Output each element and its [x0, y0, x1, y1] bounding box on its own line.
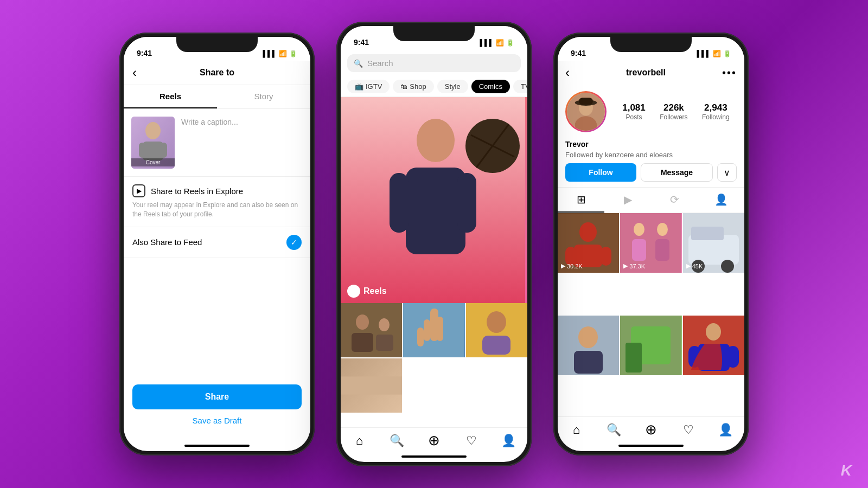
nav-profile-2[interactable]: 👤: [490, 432, 527, 449]
bottom-nav-3: ⌂ 🔍 ⊕ ♡ 👤: [558, 416, 744, 440]
signal-icon-2: ▌▌▌: [480, 39, 494, 47]
svg-rect-52: [626, 343, 642, 373]
nav-heart-3[interactable]: ♡: [669, 421, 707, 438]
status-icons-3: ▌▌▌ 📶 🔋: [697, 50, 731, 57]
cat-tab-shop[interactable]: 🛍 Shop: [393, 80, 433, 93]
nav-search-3[interactable]: 🔍: [595, 421, 633, 438]
cat-tab-tv[interactable]: TV & Movie: [513, 80, 527, 93]
thumb-3[interactable]: [466, 303, 527, 357]
play-count-1: 30.2K: [567, 263, 583, 269]
pgrid-item-1[interactable]: ▶ 30.2K: [558, 213, 619, 273]
cat-tab-style[interactable]: Style: [437, 80, 468, 93]
cat-tab-comics[interactable]: Comics: [471, 80, 510, 93]
thumb-1[interactable]: [341, 303, 402, 357]
follow-button[interactable]: Follow: [565, 163, 636, 182]
stats-row: 1,081 Posts 226k Followers 2,943 Followi…: [615, 102, 737, 121]
pgrid-item-6[interactable]: [683, 316, 744, 375]
grid-play-3: ▶ 45K: [686, 262, 703, 269]
igtv-label: IGTV: [366, 82, 382, 91]
play-count-3: 45K: [692, 263, 703, 269]
status-time-3: 9:41: [571, 49, 586, 57]
thumb-2[interactable]: [403, 303, 464, 357]
share-button[interactable]: Share: [132, 384, 302, 409]
caption-input[interactable]: Write a caption...: [181, 117, 303, 169]
thumb-4[interactable]: [341, 358, 402, 413]
tabs-row: Reels Story: [124, 85, 310, 109]
profile-tab-tagged[interactable]: ⟳: [651, 188, 698, 213]
profile-actions: Follow Message ∨: [558, 163, 744, 187]
svg-rect-57: [727, 346, 739, 368]
save-draft-button[interactable]: Save as Draft: [132, 409, 302, 432]
svg-rect-4: [161, 143, 167, 158]
reels-text: Reels: [363, 286, 387, 296]
play-icon-1: ▶: [561, 262, 565, 269]
nav-add-2[interactable]: ⊕: [416, 432, 453, 449]
svg-rect-15: [352, 333, 373, 352]
nav-profile-3[interactable]: 👤: [707, 421, 744, 438]
followers-label: Followers: [660, 113, 687, 121]
svg-point-14: [356, 314, 369, 330]
reels-icon: ▶: [137, 187, 142, 195]
nav-home-2[interactable]: ⌂: [341, 432, 378, 449]
nav-heart-2[interactable]: ♡: [452, 432, 490, 449]
signal-icon: ▌▌▌: [263, 50, 277, 57]
profile-tab-reels[interactable]: ▶: [604, 188, 651, 213]
feed-label: Also Share to Feed: [132, 237, 202, 247]
play-count-2: 37.3K: [629, 263, 645, 269]
explore-grid: [341, 303, 527, 413]
reels-main: ▶ Reels: [341, 97, 527, 427]
home-bar-1: [184, 445, 250, 447]
nav-add-3[interactable]: ⊕: [633, 421, 670, 438]
profile-back-button[interactable]: ‹: [565, 65, 570, 80]
battery-icon-3: 🔋: [723, 50, 731, 57]
notch-1: [176, 37, 258, 52]
grid-play-1: ▶ 30.2K: [561, 262, 583, 269]
message-button[interactable]: Message: [641, 163, 713, 182]
nav-search-2[interactable]: 🔍: [378, 432, 416, 449]
phone-1: 9:41 ▌▌▌ 📶 🔋 ‹ Share to Reels Story: [119, 33, 315, 455]
svg-point-6: [417, 119, 455, 162]
pgrid-item-2[interactable]: ▶ 37.3K: [620, 213, 681, 273]
home-indicator-2: [341, 451, 527, 462]
comics-label: Comics: [479, 82, 502, 91]
svg-rect-25: [482, 336, 510, 355]
svg-rect-39: [632, 239, 646, 261]
reels-small-icon: ▶: [347, 285, 360, 298]
wifi-icon: 📶: [279, 50, 287, 57]
cat-tab-igtv[interactable]: 📺 IGTV: [347, 80, 390, 93]
tab-reels[interactable]: Reels: [124, 85, 217, 108]
status-icons-1: ▌▌▌ 📶 🔋: [263, 50, 297, 57]
profile-tab-mentions[interactable]: 👤: [698, 188, 744, 213]
avatar-wrap: [565, 91, 607, 132]
profile-more-button[interactable]: •••: [722, 67, 737, 79]
signal-icon-3: ▌▌▌: [697, 50, 711, 57]
tv-label: TV & Movie: [521, 82, 527, 91]
dropdown-button[interactable]: ∨: [717, 163, 737, 182]
following-label: Following: [702, 113, 730, 121]
pgrid-item-4[interactable]: [558, 316, 619, 375]
wifi-icon-2: 📶: [496, 39, 504, 47]
pgrid-item-5[interactable]: [620, 316, 681, 375]
watermark: K: [841, 462, 852, 479]
svg-rect-8: [390, 173, 409, 233]
nav-home-3[interactable]: ⌂: [558, 421, 595, 438]
feed-toggle-check[interactable]: ✓: [286, 235, 302, 250]
profile-header: ‹ trevorbell •••: [558, 61, 744, 85]
avatar: [567, 93, 605, 131]
svg-point-46: [721, 260, 734, 273]
profile-tab-grid[interactable]: ⊞: [558, 188, 604, 213]
back-button[interactable]: ‹: [132, 65, 137, 80]
share-title: Share to: [200, 68, 234, 78]
search-bar[interactable]: 🔍 Search: [347, 54, 521, 72]
home-indicator-3: [558, 440, 744, 451]
tab-story[interactable]: Story: [217, 85, 310, 108]
home-indicator-1: [124, 440, 310, 451]
svg-rect-20: [424, 319, 430, 341]
profile-name: Trevor: [558, 139, 744, 151]
battery-icon: 🔋: [289, 50, 297, 57]
svg-rect-31: [579, 98, 593, 105]
profile-grid: ▶ 30.2K ▶ 37.3K: [558, 213, 744, 416]
pgrid-item-3[interactable]: ▶ 45K: [683, 213, 744, 273]
followers-count: 226k: [660, 102, 687, 113]
svg-point-48: [578, 326, 598, 348]
